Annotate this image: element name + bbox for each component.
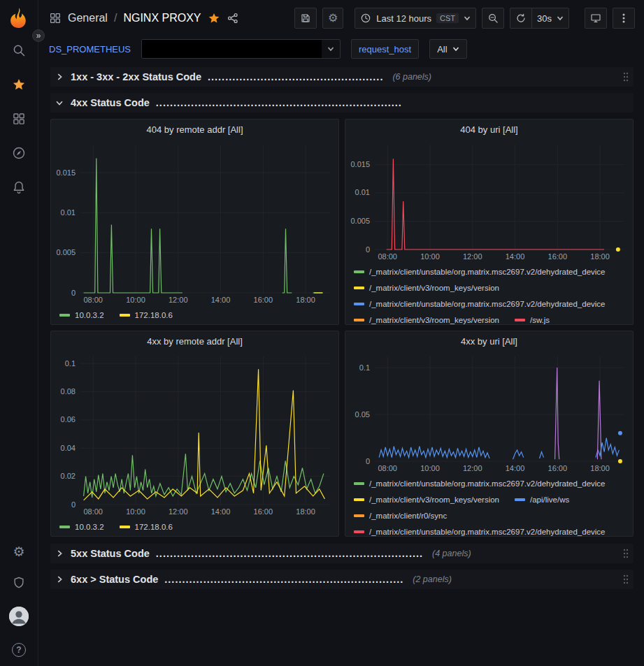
row-drag-handle[interactable] — [622, 71, 629, 82]
request-host-variable-label[interactable]: request_host — [351, 39, 419, 59]
chevron-right-icon — [55, 574, 64, 584]
chevron-right-icon — [55, 549, 64, 558]
svg-text:08:00: 08:00 — [83, 296, 103, 304]
panel-legend: 10.0.3.2172.18.0.6 — [51, 517, 338, 536]
legend-item[interactable]: 10.0.3.2 — [59, 523, 104, 531]
legend-item[interactable]: /_matrix/client/unstable/org.matrix.msc2… — [354, 479, 606, 488]
svg-text:18:00: 18:00 — [296, 507, 315, 516]
legend-label: /sw.js — [530, 316, 550, 324]
top-navbar: General / NGINX PROXY — [38, 0, 644, 36]
row-title: 6xx > Status Code — [71, 574, 158, 585]
legend-swatch — [354, 319, 364, 321]
legend-item[interactable]: /_matrix/client/r0/sync — [354, 512, 447, 520]
save-dashboard-button[interactable] — [294, 8, 317, 29]
panel-title[interactable]: 404 by uri [All] — [345, 120, 633, 139]
panel-title[interactable]: 404 by remote addr [All] — [51, 120, 338, 139]
grafana-logo[interactable] — [6, 6, 31, 31]
datasource-select[interactable] — [141, 39, 341, 59]
legend-item[interactable]: /_matrix/client/unstable/org.matrix.msc2… — [354, 300, 606, 308]
svg-text:0.005: 0.005 — [56, 248, 76, 256]
legend-row: 10.0.3.2172.18.0.6 — [59, 519, 331, 535]
refresh-interval-dropdown[interactable]: 30s — [531, 8, 569, 29]
legend-row: /_matrix/client/unstable/org.matrix.msc2… — [354, 296, 626, 312]
legend-swatch — [120, 526, 130, 528]
panel-legend: /_matrix/client/unstable/org.matrix.msc2… — [345, 262, 633, 324]
tv-mode-button[interactable] — [585, 8, 607, 29]
svg-text:08:00: 08:00 — [83, 507, 103, 516]
legend-item[interactable]: /_matrix/client/v3/room_keys/version — [354, 284, 499, 292]
bell-icon — [12, 180, 26, 194]
row-drag-handle[interactable] — [622, 548, 629, 559]
legend-item[interactable]: 172.18.0.6 — [120, 311, 173, 319]
svg-text:0.04: 0.04 — [61, 444, 76, 452]
row-1xx-3xx-2xx[interactable]: 1xx - 3xx - 2xx Status Code ............… — [50, 67, 634, 87]
legend-item[interactable]: /_matrix/client/v3/room_keys/version — [354, 495, 499, 504]
row-dots: ........................................… — [164, 574, 403, 585]
svg-text:08:00: 08:00 — [378, 464, 397, 472]
zoom-out-icon — [487, 13, 499, 24]
svg-text:0: 0 — [366, 245, 370, 254]
chart-canvas[interactable]: 00.020.040.060.080.108:0010:0012:0014:00… — [51, 351, 338, 517]
legend-swatch — [354, 498, 364, 501]
sidebar-item-server-admin[interactable] — [11, 575, 27, 591]
favorite-star-icon[interactable] — [208, 12, 220, 24]
shield-icon — [12, 576, 26, 590]
refresh-icon — [515, 13, 527, 24]
svg-text:0.1: 0.1 — [65, 359, 76, 368]
dashboard-toolbar: ⚙ Last 12 hours CST — [294, 8, 635, 29]
compass-icon — [12, 146, 26, 160]
legend-item[interactable]: 10.0.3.2 — [59, 311, 104, 319]
share-button[interactable] — [227, 12, 239, 24]
row-dots: ........................................… — [156, 97, 402, 108]
chevron-down-icon — [464, 15, 471, 22]
sidebar-item-alerting[interactable] — [11, 180, 27, 195]
legend-item[interactable]: /api/live/ws — [515, 495, 569, 504]
row-5xx[interactable]: 5xx Status Code ........................… — [50, 544, 634, 563]
svg-text:08:00: 08:00 — [378, 252, 397, 261]
datasource-variable-label[interactable]: DS_PROMETHEUS — [49, 44, 131, 55]
sidebar-item-search[interactable] — [11, 43, 27, 58]
row-panel-count: (4 panels) — [432, 549, 471, 558]
dashboard-title[interactable]: NGINX PROXY — [123, 12, 201, 24]
legend-label: /api/live/ws — [530, 495, 569, 504]
sidebar-expand-button[interactable]: » — [32, 29, 45, 42]
row-6xx[interactable]: 6xx > Status Code ......................… — [50, 570, 634, 589]
zoom-out-time-button[interactable] — [482, 8, 504, 29]
legend-item[interactable]: /sw.js — [515, 316, 550, 324]
legend-item[interactable]: 172.18.0.6 — [120, 523, 173, 531]
dashboard-settings-button[interactable]: ⚙ — [322, 8, 343, 29]
row-4xx[interactable]: 4xx Status Code ........................… — [50, 93, 634, 113]
sidebar-item-starred[interactable] — [11, 77, 27, 92]
request-host-value-dropdown[interactable]: All — [429, 39, 466, 59]
timezone-badge: CST — [436, 13, 459, 23]
sidebar-item-help[interactable]: ? — [11, 642, 27, 658]
legend-item[interactable]: /_matrix/client/unstable/org.matrix.msc2… — [354, 528, 606, 536]
sidebar-item-explore[interactable] — [11, 145, 27, 161]
row-title: 5xx Status Code — [71, 548, 150, 559]
sidebar-item-dashboards[interactable] — [11, 111, 27, 126]
legend-label: /_matrix/client/unstable/org.matrix.msc2… — [369, 268, 606, 276]
chart-canvas[interactable]: 00.0050.010.01508:0010:0012:0014:0016:00… — [51, 139, 338, 305]
panel-title[interactable]: 4xx by remote addr [All] — [51, 331, 338, 351]
svg-text:10:00: 10:00 — [420, 252, 440, 261]
chart-canvas[interactable]: 00.050.108:0010:0012:0014:0016:0018:00 — [345, 351, 633, 474]
legend-swatch — [59, 526, 70, 528]
panel-title[interactable]: 4xx by uri [All] — [345, 331, 633, 351]
panel-grid-4xx: 404 by remote addr [All] 00.0050.010.015… — [50, 119, 634, 537]
sidebar-item-profile[interactable] — [9, 607, 29, 626]
monitor-icon — [590, 13, 601, 24]
legend-label: /_matrix/client/v3/room_keys/version — [369, 284, 499, 292]
legend-label: /_matrix/client/unstable/org.matrix.msc2… — [369, 479, 606, 488]
more-options-button[interactable] — [613, 8, 635, 29]
legend-item[interactable]: /_matrix/client/unstable/org.matrix.msc2… — [354, 268, 606, 276]
sidebar-item-configuration[interactable]: ⚙ — [11, 544, 27, 559]
sidebar-nav — [11, 43, 27, 195]
legend-item[interactable]: /_matrix/client/v3/room_keys/version — [354, 316, 499, 324]
panel-legend: /_matrix/client/unstable/org.matrix.msc2… — [345, 474, 633, 536]
refresh-button[interactable] — [510, 8, 531, 29]
time-range-picker[interactable]: Last 12 hours CST — [355, 8, 476, 29]
svg-text:0.02: 0.02 — [61, 472, 76, 480]
breadcrumb-folder[interactable]: General — [68, 12, 108, 24]
row-drag-handle[interactable] — [622, 574, 629, 585]
chart-canvas[interactable]: 00.0050.010.01508:0010:0012:0014:0016:00… — [345, 139, 633, 262]
